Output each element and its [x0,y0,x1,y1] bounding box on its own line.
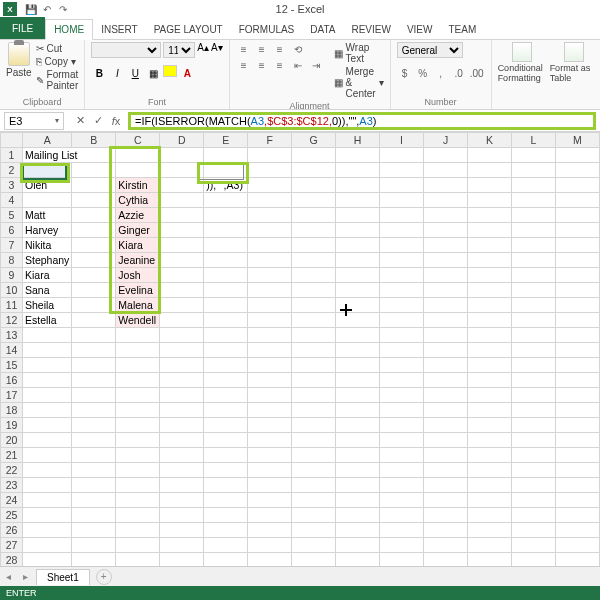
cell-H3[interactable] [336,178,380,193]
cell-G11[interactable] [292,298,336,313]
cell-J1[interactable] [424,148,468,163]
cell-K10[interactable] [468,283,512,298]
cell-A10[interactable]: Sana [22,283,71,298]
column-header-A[interactable]: A [22,133,71,148]
cell-B6[interactable] [72,223,116,238]
cell-I25[interactable] [380,508,424,523]
bold-button[interactable]: B [91,65,107,81]
cell-D3[interactable] [160,178,204,193]
cell-C17[interactable] [116,388,160,403]
cell-G4[interactable] [292,193,336,208]
cell-G27[interactable] [292,538,336,553]
row-header-21[interactable]: 21 [1,448,23,463]
cell-F14[interactable] [248,343,292,358]
cell-K24[interactable] [468,493,512,508]
fill-color-button[interactable] [163,65,177,77]
cell-G6[interactable] [292,223,336,238]
cell-M14[interactable] [555,343,599,358]
cell-K11[interactable] [468,298,512,313]
cell-L23[interactable] [511,478,555,493]
align-right-icon[interactable]: ≡ [272,58,288,72]
cell-B7[interactable] [72,238,116,253]
row-header-9[interactable]: 9 [1,268,23,283]
cell-A21[interactable] [22,448,71,463]
cell-K12[interactable] [468,313,512,328]
cell-I9[interactable] [380,268,424,283]
row-header-8[interactable]: 8 [1,253,23,268]
font-size-select[interactable]: 11 [163,42,195,58]
cell-K9[interactable] [468,268,512,283]
cell-G15[interactable] [292,358,336,373]
cell-C20[interactable] [116,433,160,448]
cell-D14[interactable] [160,343,204,358]
cell-I11[interactable] [380,298,424,313]
cell-G8[interactable] [292,253,336,268]
cell-F19[interactable] [248,418,292,433]
cell-A18[interactable] [22,403,71,418]
cell-G9[interactable] [292,268,336,283]
cell-M16[interactable] [555,373,599,388]
cell-L2[interactable] [511,163,555,178]
cell-D10[interactable] [160,283,204,298]
cell-I4[interactable] [380,193,424,208]
cell-C10[interactable]: Evelina [116,283,160,298]
cell-J18[interactable] [424,403,468,418]
cell-A1[interactable]: Mailing List [22,148,115,163]
cell-F15[interactable] [248,358,292,373]
cell-A16[interactable] [22,373,71,388]
cell-A12[interactable]: Estella [22,313,71,328]
cell-A27[interactable] [22,538,71,553]
row-header-12[interactable]: 12 [1,313,23,328]
cell-E11[interactable] [204,298,248,313]
cell-M1[interactable] [555,148,599,163]
cell-K7[interactable] [468,238,512,253]
cell-H9[interactable] [336,268,380,283]
cell-C13[interactable] [116,328,160,343]
cell-E25[interactable] [204,508,248,523]
italic-button[interactable]: I [109,65,125,81]
cell-J8[interactable] [424,253,468,268]
align-left-icon[interactable]: ≡ [236,58,252,72]
cell-F21[interactable] [248,448,292,463]
cell-F22[interactable] [248,463,292,478]
cell-B23[interactable] [72,478,116,493]
cell-A5[interactable]: Matt [22,208,71,223]
cell-A14[interactable] [22,343,71,358]
currency-icon[interactable]: $ [397,65,413,81]
cell-C8[interactable]: Jeanine [116,253,160,268]
cell-M15[interactable] [555,358,599,373]
cell-J4[interactable] [424,193,468,208]
column-header-G[interactable]: G [292,133,336,148]
cell-I5[interactable] [380,208,424,223]
cell-K20[interactable] [468,433,512,448]
cell-E15[interactable] [204,358,248,373]
cell-E20[interactable] [204,433,248,448]
cell-C3[interactable]: Kirstin [116,178,160,193]
cell-L1[interactable] [511,148,555,163]
cell-F24[interactable] [248,493,292,508]
cell-K22[interactable] [468,463,512,478]
cell-B2[interactable] [72,163,116,178]
cell-F17[interactable] [248,388,292,403]
cell-H26[interactable] [336,523,380,538]
cell-A17[interactable] [22,388,71,403]
row-header-27[interactable]: 27 [1,538,23,553]
cell-M4[interactable] [555,193,599,208]
cell-K25[interactable] [468,508,512,523]
cell-F6[interactable] [248,223,292,238]
row-header-20[interactable]: 20 [1,433,23,448]
cell-K19[interactable] [468,418,512,433]
cell-I14[interactable] [380,343,424,358]
cell-B15[interactable] [72,358,116,373]
paste-button[interactable]: Paste [6,42,32,78]
tab-page-layout[interactable]: PAGE LAYOUT [146,20,231,39]
column-header-J[interactable]: J [424,133,468,148]
cell-H20[interactable] [336,433,380,448]
tab-file[interactable]: FILE [0,17,45,39]
redo-icon[interactable]: ↷ [56,2,70,16]
cell-D19[interactable] [160,418,204,433]
cell-H7[interactable] [336,238,380,253]
cell-E8[interactable] [204,253,248,268]
cell-H27[interactable] [336,538,380,553]
row-header-23[interactable]: 23 [1,478,23,493]
